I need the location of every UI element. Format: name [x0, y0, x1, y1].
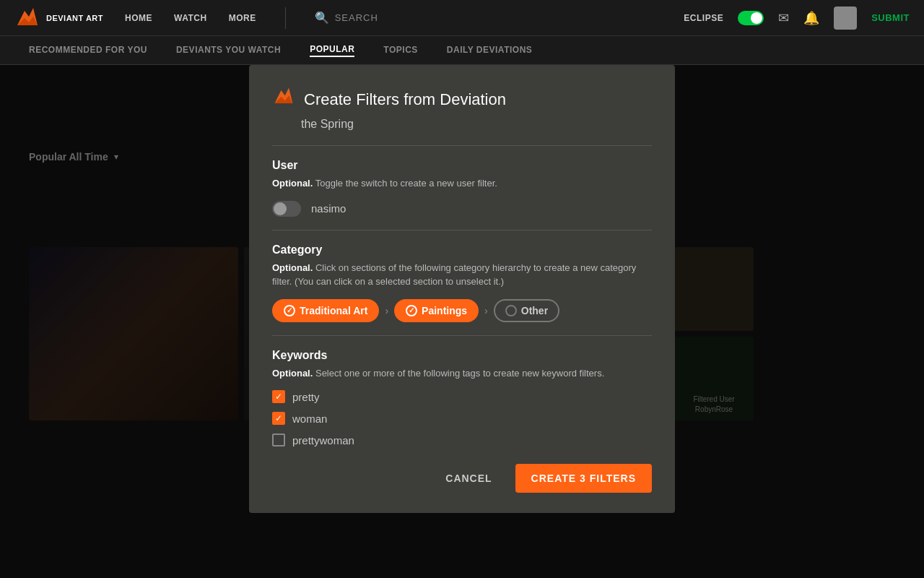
- nav-home[interactable]: HOME: [125, 13, 152, 23]
- category-desc-text: Click on sections of the following categ…: [272, 262, 636, 288]
- mail-icon[interactable]: ✉: [778, 10, 789, 26]
- search-label: SEARCH: [335, 12, 378, 23]
- modal-footer: CANCEL CREATE 3 FILTERS: [272, 464, 652, 493]
- category-section-title: Category: [272, 243, 652, 256]
- user-optional-label: Optional.: [272, 178, 313, 189]
- divider-1: [272, 145, 652, 146]
- keyword-pretty-label: pretty: [292, 391, 320, 403]
- user-row: nasimo: [272, 201, 652, 217]
- keyword-prettywoman-checkbox[interactable]: [272, 434, 285, 447]
- subnav-popular[interactable]: POPULAR: [310, 44, 354, 57]
- eclipse-label: ECLIPSE: [684, 13, 723, 23]
- subnav-recommended[interactable]: RECOMMENDED FOR YOU: [29, 45, 147, 56]
- divider-2: [272, 230, 652, 230]
- right-navigation: ECLIPSE ✉ 🔔 SUBMIT: [684, 7, 910, 30]
- cat-check-paintings: ✓: [406, 305, 417, 316]
- nav-more[interactable]: MORE: [229, 13, 256, 23]
- eclipse-toggle[interactable]: [738, 11, 764, 25]
- keyword-woman: ✓ woman: [272, 412, 652, 425]
- keyword-pretty: ✓ pretty: [272, 390, 652, 403]
- user-section-desc: Optional. Toggle the switch to create a …: [272, 176, 652, 191]
- submit-button[interactable]: SUBMIT: [871, 12, 910, 23]
- user-section-title: User: [272, 159, 652, 172]
- category-paintings[interactable]: ✓ Paintings: [394, 299, 479, 322]
- cat-arrow-2: ›: [484, 305, 488, 316]
- nav-watch[interactable]: WATCH: [174, 13, 207, 23]
- category-section: Category Optional. Click on sections of …: [272, 243, 652, 322]
- search-area[interactable]: 🔍 SEARCH: [315, 11, 378, 25]
- cat-label-other: Other: [521, 305, 548, 316]
- category-section-desc: Optional. Click on sections of the follo…: [272, 261, 652, 289]
- keywords-optional-label: Optional.: [272, 368, 313, 379]
- keywords-desc-text: Select one or more of the following tags…: [315, 368, 604, 379]
- nav-divider: [285, 7, 286, 29]
- category-traditional-art[interactable]: ✓ Traditional Art: [272, 299, 379, 322]
- create-filters-button[interactable]: CREATE 3 FILTERS: [515, 464, 652, 493]
- create-filters-modal: Create Filters from Deviation the Spring…: [249, 65, 675, 513]
- category-other[interactable]: Other: [494, 299, 559, 322]
- cat-label-paintings: Paintings: [422, 305, 467, 316]
- subnav-daily-deviations[interactable]: DAILY DEVIATIONS: [447, 45, 532, 56]
- category-row: ✓ Traditional Art › ✓ Paintings › Other: [272, 299, 652, 322]
- main-nav-links: HOME WATCH MORE 🔍 SEARCH: [125, 7, 684, 29]
- cat-check-traditional: ✓: [284, 305, 295, 316]
- cancel-button[interactable]: CANCEL: [434, 464, 503, 493]
- keyword-woman-checkbox[interactable]: ✓: [272, 412, 285, 425]
- username-label: nasimo: [311, 202, 346, 215]
- keywords-section-title: Keywords: [272, 349, 652, 362]
- user-toggle-switch[interactable]: [272, 201, 301, 217]
- divider-3: [272, 335, 652, 336]
- modal-subtitle: the Spring: [301, 118, 652, 131]
- modal-header: Create Filters from Deviation: [272, 85, 652, 113]
- user-desc-text: Toggle the switch to create a new user f…: [315, 178, 497, 189]
- cat-label-traditional: Traditional Art: [300, 305, 367, 316]
- keyword-prettywoman: prettywoman: [272, 434, 652, 447]
- top-navigation: DEVIANT ART HOME WATCH MORE 🔍 SEARCH ECL…: [0, 0, 924, 36]
- category-optional-label: Optional.: [272, 262, 313, 273]
- modal-logo-icon: [272, 85, 295, 113]
- cat-arrow-1: ›: [385, 305, 388, 316]
- search-icon: 🔍: [315, 11, 329, 25]
- user-avatar[interactable]: [834, 7, 857, 30]
- modal-title: Create Filters from Deviation: [304, 90, 506, 109]
- keywords-section: Keywords Optional. Select one or more of…: [272, 349, 652, 447]
- logo[interactable]: DEVIANT ART: [14, 5, 103, 31]
- cat-uncheck-other: [505, 305, 517, 316]
- logo-text: DEVIANT ART: [46, 14, 103, 22]
- keywords-section-desc: Optional. Select one or more of the foll…: [272, 366, 652, 381]
- keyword-pretty-checkbox[interactable]: ✓: [272, 390, 285, 403]
- keyword-woman-label: woman: [292, 413, 327, 425]
- subnav-deviants-watch[interactable]: DEVIANTS YOU WATCH: [176, 45, 281, 56]
- user-section: User Optional. Toggle the switch to crea…: [272, 159, 652, 217]
- subnav-topics[interactable]: TOPICS: [383, 45, 417, 56]
- keyword-prettywoman-label: prettywoman: [292, 434, 354, 447]
- bell-icon[interactable]: 🔔: [803, 10, 819, 26]
- sub-navigation: RECOMMENDED FOR YOU DEVIANTS YOU WATCH P…: [0, 36, 924, 65]
